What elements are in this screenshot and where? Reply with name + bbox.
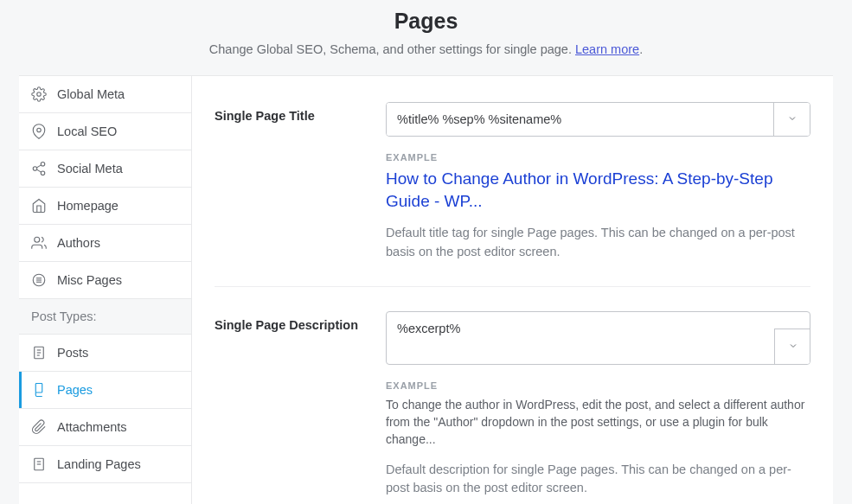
landing-page-icon xyxy=(31,456,47,472)
subtitle-text-end: . xyxy=(639,42,643,56)
example-label: EXAMPLE xyxy=(386,380,810,391)
sidebar-item-landing-pages[interactable]: Landing Pages xyxy=(19,446,191,483)
field-label: Single Page Title xyxy=(215,102,362,262)
help-text: Default description for single Page page… xyxy=(386,461,810,499)
page-title: Pages xyxy=(0,9,852,34)
sidebar-item-attachments[interactable]: Attachments xyxy=(19,409,191,446)
sidebar-item-global-meta[interactable]: Global Meta xyxy=(19,76,191,113)
svg-point-1 xyxy=(37,128,42,132)
users-icon xyxy=(31,235,47,251)
sidebar: Global Meta Local SEO Social Meta Homepa… xyxy=(19,76,192,504)
svg-point-7 xyxy=(35,237,40,242)
sidebar-item-label: Landing Pages xyxy=(57,457,141,471)
page-icon xyxy=(31,382,47,398)
home-icon xyxy=(31,198,47,214)
example-label: EXAMPLE xyxy=(386,152,810,163)
example-title-preview: How to Change Author in WordPress: A Ste… xyxy=(386,168,810,212)
sidebar-item-social-meta[interactable]: Social Meta xyxy=(19,150,191,188)
field-label: Single Page Description xyxy=(215,311,362,498)
sidebar-group-label: Post Types: xyxy=(19,299,191,335)
svg-line-6 xyxy=(36,165,41,168)
content-area: Single Page Title EXAMPLE How to Change … xyxy=(192,76,833,504)
sidebar-item-label: Pages xyxy=(57,383,93,397)
sidebar-item-label: Social Meta xyxy=(57,162,123,175)
group-label-text: Post Types: xyxy=(31,309,97,323)
title-variables-dropdown[interactable] xyxy=(773,103,810,136)
sidebar-item-label: Attachments xyxy=(57,420,127,434)
help-text: Default title tag for single Page pages.… xyxy=(386,224,810,262)
svg-point-0 xyxy=(37,93,42,97)
sidebar-item-local-seo[interactable]: Local SEO xyxy=(19,113,191,150)
chevron-down-icon xyxy=(787,112,798,127)
gear-icon xyxy=(31,86,47,102)
svg-point-4 xyxy=(41,171,45,175)
sidebar-item-label: Homepage xyxy=(57,199,119,213)
sidebar-item-authors[interactable]: Authors xyxy=(19,225,191,262)
learn-more-link[interactable]: Learn more xyxy=(575,42,639,56)
field-single-page-description: Single Page Description %excerpt% EXAMPL… xyxy=(215,311,810,504)
sidebar-item-label: Misc Pages xyxy=(57,273,122,287)
map-pin-icon xyxy=(31,124,47,139)
sidebar-item-misc-pages[interactable]: Misc Pages xyxy=(19,262,191,299)
sidebar-item-label: Posts xyxy=(57,346,88,360)
sidebar-item-homepage[interactable]: Homepage xyxy=(19,188,191,225)
sidebar-item-posts[interactable]: Posts xyxy=(19,335,191,372)
chevron-down-icon xyxy=(788,339,798,354)
field-single-page-title: Single Page Title EXAMPLE How to Change … xyxy=(215,102,810,287)
svg-line-5 xyxy=(36,169,41,172)
sidebar-item-label: Authors xyxy=(57,236,100,250)
description-variables-dropdown[interactable] xyxy=(774,329,810,365)
svg-point-3 xyxy=(33,167,37,171)
sidebar-item-label: Local SEO xyxy=(57,124,117,138)
description-input-group: %excerpt% xyxy=(386,311,810,365)
post-icon xyxy=(31,345,47,360)
share-icon xyxy=(31,161,47,176)
sidebar-item-label: Global Meta xyxy=(57,87,125,101)
subtitle-text: Change Global SEO, Schema, and other set… xyxy=(209,42,575,56)
single-page-title-input[interactable] xyxy=(387,103,773,136)
paperclip-icon xyxy=(31,419,47,435)
svg-point-2 xyxy=(41,163,45,167)
title-input-group xyxy=(386,102,810,137)
example-description-preview: To change the author in WordPress, edit … xyxy=(386,396,810,449)
main-panel: Global Meta Local SEO Social Meta Homepa… xyxy=(19,75,833,504)
page-subtitle: Change Global SEO, Schema, and other set… xyxy=(0,42,852,56)
list-icon xyxy=(31,272,47,288)
page-header: Pages Change Global SEO, Schema, and oth… xyxy=(0,0,852,75)
single-page-description-input[interactable]: %excerpt% xyxy=(387,312,774,364)
svg-rect-16 xyxy=(35,384,42,393)
sidebar-item-pages[interactable]: Pages xyxy=(19,372,191,409)
